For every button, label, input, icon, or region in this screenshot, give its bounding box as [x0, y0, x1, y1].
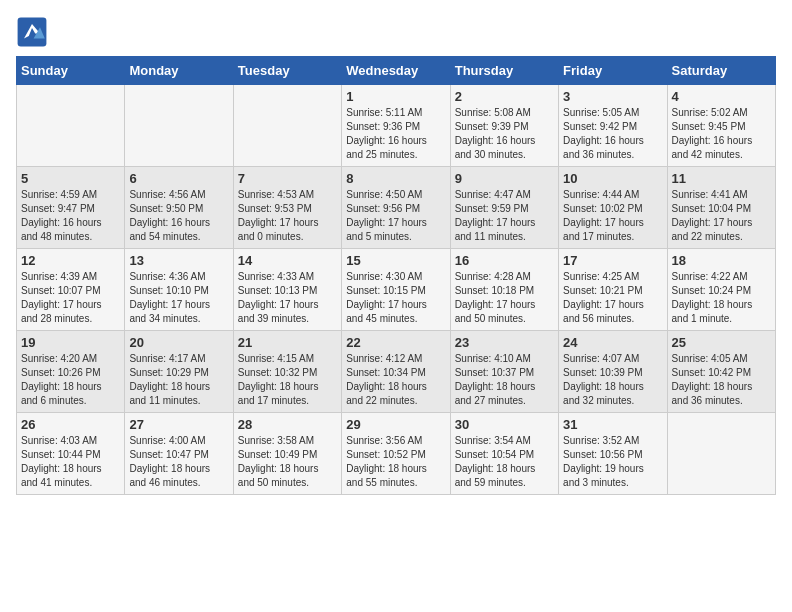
calendar-cell: 4Sunrise: 5:02 AMSunset: 9:45 PMDaylight… [667, 85, 775, 167]
calendar-cell [667, 413, 775, 495]
calendar-cell: 10Sunrise: 4:44 AMSunset: 10:02 PMDaylig… [559, 167, 667, 249]
weekday-header-row: SundayMondayTuesdayWednesdayThursdayFrid… [17, 57, 776, 85]
day-info: Sunrise: 4:30 AMSunset: 10:15 PMDaylight… [346, 271, 427, 324]
calendar-cell: 30Sunrise: 3:54 AMSunset: 10:54 PMDaylig… [450, 413, 558, 495]
day-info: Sunrise: 5:02 AMSunset: 9:45 PMDaylight:… [672, 107, 753, 160]
day-number: 29 [346, 417, 445, 432]
day-info: Sunrise: 4:17 AMSunset: 10:29 PMDaylight… [129, 353, 210, 406]
logo [16, 16, 52, 48]
day-number: 17 [563, 253, 662, 268]
calendar-cell: 29Sunrise: 3:56 AMSunset: 10:52 PMDaylig… [342, 413, 450, 495]
weekday-header-tuesday: Tuesday [233, 57, 341, 85]
day-number: 20 [129, 335, 228, 350]
day-info: Sunrise: 4:22 AMSunset: 10:24 PMDaylight… [672, 271, 753, 324]
weekday-header-monday: Monday [125, 57, 233, 85]
day-number: 16 [455, 253, 554, 268]
day-number: 24 [563, 335, 662, 350]
day-number: 23 [455, 335, 554, 350]
day-info: Sunrise: 3:52 AMSunset: 10:56 PMDaylight… [563, 435, 644, 488]
day-info: Sunrise: 3:54 AMSunset: 10:54 PMDaylight… [455, 435, 536, 488]
calendar-cell: 22Sunrise: 4:12 AMSunset: 10:34 PMDaylig… [342, 331, 450, 413]
day-number: 5 [21, 171, 120, 186]
calendar-cell: 15Sunrise: 4:30 AMSunset: 10:15 PMDaylig… [342, 249, 450, 331]
day-info: Sunrise: 5:11 AMSunset: 9:36 PMDaylight:… [346, 107, 427, 160]
day-info: Sunrise: 4:00 AMSunset: 10:47 PMDaylight… [129, 435, 210, 488]
day-info: Sunrise: 4:44 AMSunset: 10:02 PMDaylight… [563, 189, 644, 242]
calendar-cell: 28Sunrise: 3:58 AMSunset: 10:49 PMDaylig… [233, 413, 341, 495]
day-number: 13 [129, 253, 228, 268]
calendar-cell: 25Sunrise: 4:05 AMSunset: 10:42 PMDaylig… [667, 331, 775, 413]
day-number: 18 [672, 253, 771, 268]
day-number: 4 [672, 89, 771, 104]
day-info: Sunrise: 4:56 AMSunset: 9:50 PMDaylight:… [129, 189, 210, 242]
logo-icon [16, 16, 48, 48]
day-number: 3 [563, 89, 662, 104]
calendar-cell: 5Sunrise: 4:59 AMSunset: 9:47 PMDaylight… [17, 167, 125, 249]
calendar-header: SundayMondayTuesdayWednesdayThursdayFrid… [17, 57, 776, 85]
calendar-cell: 23Sunrise: 4:10 AMSunset: 10:37 PMDaylig… [450, 331, 558, 413]
week-row-4: 19Sunrise: 4:20 AMSunset: 10:26 PMDaylig… [17, 331, 776, 413]
day-number: 28 [238, 417, 337, 432]
weekday-header-saturday: Saturday [667, 57, 775, 85]
calendar-cell [17, 85, 125, 167]
day-info: Sunrise: 4:20 AMSunset: 10:26 PMDaylight… [21, 353, 102, 406]
calendar-cell: 21Sunrise: 4:15 AMSunset: 10:32 PMDaylig… [233, 331, 341, 413]
weekday-header-friday: Friday [559, 57, 667, 85]
day-info: Sunrise: 4:07 AMSunset: 10:39 PMDaylight… [563, 353, 644, 406]
calendar-cell: 12Sunrise: 4:39 AMSunset: 10:07 PMDaylig… [17, 249, 125, 331]
calendar-cell: 24Sunrise: 4:07 AMSunset: 10:39 PMDaylig… [559, 331, 667, 413]
weekday-header-thursday: Thursday [450, 57, 558, 85]
day-number: 19 [21, 335, 120, 350]
calendar-cell: 17Sunrise: 4:25 AMSunset: 10:21 PMDaylig… [559, 249, 667, 331]
day-info: Sunrise: 4:33 AMSunset: 10:13 PMDaylight… [238, 271, 319, 324]
day-info: Sunrise: 4:03 AMSunset: 10:44 PMDaylight… [21, 435, 102, 488]
day-info: Sunrise: 4:59 AMSunset: 9:47 PMDaylight:… [21, 189, 102, 242]
day-number: 9 [455, 171, 554, 186]
calendar-cell: 9Sunrise: 4:47 AMSunset: 9:59 PMDaylight… [450, 167, 558, 249]
day-info: Sunrise: 5:08 AMSunset: 9:39 PMDaylight:… [455, 107, 536, 160]
day-info: Sunrise: 4:53 AMSunset: 9:53 PMDaylight:… [238, 189, 319, 242]
calendar-cell: 2Sunrise: 5:08 AMSunset: 9:39 PMDaylight… [450, 85, 558, 167]
calendar-cell: 26Sunrise: 4:03 AMSunset: 10:44 PMDaylig… [17, 413, 125, 495]
day-info: Sunrise: 4:05 AMSunset: 10:42 PMDaylight… [672, 353, 753, 406]
day-info: Sunrise: 3:58 AMSunset: 10:49 PMDaylight… [238, 435, 319, 488]
day-number: 26 [21, 417, 120, 432]
calendar-cell: 7Sunrise: 4:53 AMSunset: 9:53 PMDaylight… [233, 167, 341, 249]
calendar-cell: 11Sunrise: 4:41 AMSunset: 10:04 PMDaylig… [667, 167, 775, 249]
weekday-header-sunday: Sunday [17, 57, 125, 85]
day-number: 31 [563, 417, 662, 432]
calendar-cell: 19Sunrise: 4:20 AMSunset: 10:26 PMDaylig… [17, 331, 125, 413]
day-number: 27 [129, 417, 228, 432]
calendar-cell: 27Sunrise: 4:00 AMSunset: 10:47 PMDaylig… [125, 413, 233, 495]
calendar-cell: 13Sunrise: 4:36 AMSunset: 10:10 PMDaylig… [125, 249, 233, 331]
day-info: Sunrise: 4:15 AMSunset: 10:32 PMDaylight… [238, 353, 319, 406]
day-info: Sunrise: 4:25 AMSunset: 10:21 PMDaylight… [563, 271, 644, 324]
calendar-table: SundayMondayTuesdayWednesdayThursdayFrid… [16, 56, 776, 495]
calendar-cell [233, 85, 341, 167]
week-row-3: 12Sunrise: 4:39 AMSunset: 10:07 PMDaylig… [17, 249, 776, 331]
calendar-cell: 20Sunrise: 4:17 AMSunset: 10:29 PMDaylig… [125, 331, 233, 413]
week-row-5: 26Sunrise: 4:03 AMSunset: 10:44 PMDaylig… [17, 413, 776, 495]
calendar-cell: 16Sunrise: 4:28 AMSunset: 10:18 PMDaylig… [450, 249, 558, 331]
day-info: Sunrise: 4:10 AMSunset: 10:37 PMDaylight… [455, 353, 536, 406]
calendar-cell: 18Sunrise: 4:22 AMSunset: 10:24 PMDaylig… [667, 249, 775, 331]
day-info: Sunrise: 4:50 AMSunset: 9:56 PMDaylight:… [346, 189, 427, 242]
calendar-cell: 8Sunrise: 4:50 AMSunset: 9:56 PMDaylight… [342, 167, 450, 249]
svg-rect-0 [18, 18, 47, 47]
day-number: 10 [563, 171, 662, 186]
day-number: 6 [129, 171, 228, 186]
day-number: 12 [21, 253, 120, 268]
day-number: 8 [346, 171, 445, 186]
day-number: 14 [238, 253, 337, 268]
page-header [16, 16, 776, 48]
day-info: Sunrise: 4:39 AMSunset: 10:07 PMDaylight… [21, 271, 102, 324]
day-info: Sunrise: 4:28 AMSunset: 10:18 PMDaylight… [455, 271, 536, 324]
calendar-cell: 3Sunrise: 5:05 AMSunset: 9:42 PMDaylight… [559, 85, 667, 167]
calendar-cell: 1Sunrise: 5:11 AMSunset: 9:36 PMDaylight… [342, 85, 450, 167]
day-info: Sunrise: 4:36 AMSunset: 10:10 PMDaylight… [129, 271, 210, 324]
day-number: 15 [346, 253, 445, 268]
day-number: 25 [672, 335, 771, 350]
weekday-header-wednesday: Wednesday [342, 57, 450, 85]
day-number: 22 [346, 335, 445, 350]
day-number: 1 [346, 89, 445, 104]
